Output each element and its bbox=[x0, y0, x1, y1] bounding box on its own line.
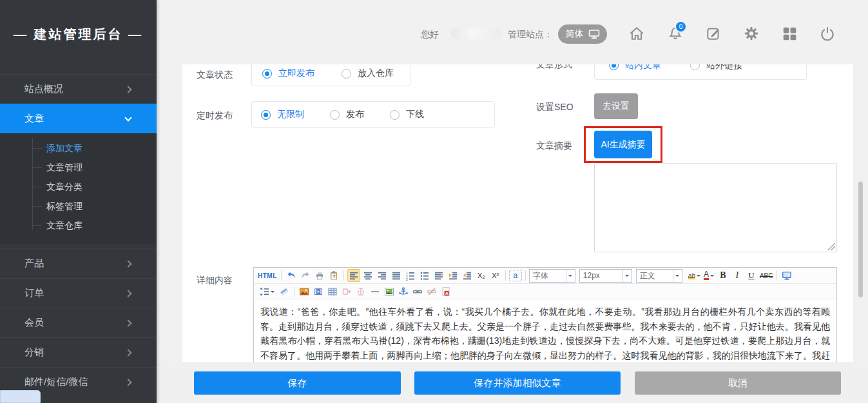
word-paste-icon[interactable]: A bbox=[439, 285, 452, 298]
blockquote-icon[interactable] bbox=[432, 269, 445, 282]
seo-setup-button[interactable]: 去设置 bbox=[594, 93, 638, 119]
sidebar-item-site-overview[interactable]: 站点概况 bbox=[0, 74, 157, 104]
tree-tick bbox=[32, 206, 42, 207]
dropdown-arrow-icon bbox=[710, 275, 714, 279]
language-switch-button[interactable]: 简体 bbox=[558, 24, 607, 44]
toolbar-separator bbox=[525, 270, 526, 281]
anchor-icon[interactable] bbox=[397, 285, 410, 298]
settings-gear-icon[interactable] bbox=[743, 25, 760, 42]
cancel-button[interactable]: 取消 bbox=[635, 371, 841, 395]
fullscreen-icon[interactable] bbox=[780, 269, 793, 282]
edit-icon[interactable] bbox=[705, 25, 722, 42]
bold-icon[interactable]: B bbox=[717, 269, 729, 282]
outdent-icon[interactable] bbox=[461, 269, 474, 282]
sidebar-item-distribution[interactable]: 分销 bbox=[0, 337, 157, 367]
radio-no-limit[interactable] bbox=[261, 110, 271, 120]
unlink-icon[interactable] bbox=[425, 285, 438, 298]
radio-external-link[interactable] bbox=[690, 64, 700, 70]
radio-publish-now[interactable] bbox=[262, 69, 272, 79]
line-height-icon[interactable] bbox=[257, 285, 276, 298]
insert-template-icon[interactable] bbox=[354, 285, 367, 298]
radio-offline[interactable] bbox=[390, 110, 400, 120]
highlight-color-icon[interactable]: ab bbox=[688, 269, 701, 282]
submenu-add-article[interactable]: 添加文章 bbox=[0, 138, 157, 158]
submenu-article-manage[interactable]: 文章管理 bbox=[0, 158, 157, 177]
subscript-icon[interactable]: X₂ bbox=[475, 269, 488, 282]
submenu-tag-manage[interactable]: 标签管理 bbox=[0, 196, 157, 216]
radio-to-warehouse[interactable] bbox=[342, 69, 351, 79]
dropdown-arrow-icon bbox=[622, 270, 632, 282]
align-right-icon[interactable] bbox=[376, 269, 389, 282]
vertical-scrollbar[interactable] bbox=[858, 182, 863, 297]
svg-text:T: T bbox=[333, 274, 336, 279]
insert-image-icon[interactable] bbox=[298, 285, 311, 298]
form-panel: 文章状态 立即发布 放入仓库 定时发布 无限制 发布 下线 文章形式 站内文章 … bbox=[182, 64, 853, 362]
sidebar-item-articles[interactable]: 文章 bbox=[0, 104, 157, 133]
unordered-list-icon[interactable] bbox=[418, 269, 431, 282]
ordered-list-icon[interactable]: 123 bbox=[404, 269, 417, 282]
radio-label[interactable]: 站外链接 bbox=[706, 64, 742, 71]
insert-table-icon[interactable] bbox=[326, 285, 339, 298]
submenu-article-warehouse[interactable]: 文章仓库 bbox=[0, 216, 157, 235]
logout-power-icon[interactable] bbox=[819, 25, 836, 42]
font-size-value: 12px bbox=[583, 271, 619, 280]
seo-label: 设置SEO bbox=[536, 102, 574, 113]
html-source-button[interactable]: HTML bbox=[257, 269, 278, 282]
save-and-add-similar-button[interactable]: 保存并添加相似文章 bbox=[414, 371, 621, 395]
radio-internal-article[interactable] bbox=[609, 64, 619, 70]
horizontal-rule-icon[interactable] bbox=[369, 285, 381, 298]
align-center-icon[interactable] bbox=[362, 269, 374, 282]
summary-textarea[interactable] bbox=[594, 163, 837, 252]
indent-icon[interactable] bbox=[447, 269, 459, 282]
radio-label[interactable]: 无限制 bbox=[277, 109, 304, 120]
align-justify-icon[interactable] bbox=[390, 269, 403, 282]
remove-format-eraser-icon[interactable] bbox=[278, 285, 291, 298]
submenu-label: 文章分类 bbox=[46, 182, 82, 192]
editor-content[interactable]: 我说道：“爸爸，你走吧。”他往车外看了看，说：“我买几个橘子去。你就在此地，不要… bbox=[254, 299, 836, 362]
italic-icon[interactable]: I bbox=[731, 269, 744, 282]
font-size-select[interactable]: 12px bbox=[579, 269, 632, 283]
monitor-icon bbox=[588, 29, 600, 39]
top-header: 您好 管理站点： 简体 0 bbox=[157, 0, 868, 64]
radio-label[interactable]: 站内文章 bbox=[625, 64, 661, 71]
save-button[interactable]: 保存 bbox=[194, 371, 401, 395]
superscript-icon[interactable]: X² bbox=[489, 269, 502, 282]
font-color-icon[interactable]: A bbox=[702, 269, 715, 282]
timed-publish-group: 无限制 发布 下线 bbox=[251, 101, 495, 128]
footer-bar: 保存 保存并添加相似文章 取消 bbox=[157, 362, 868, 403]
font-family-select[interactable]: 字体 bbox=[529, 269, 575, 283]
strikethrough-icon[interactable]: ABC bbox=[759, 269, 774, 282]
underline-icon[interactable]: U bbox=[745, 269, 758, 282]
svg-text:A: A bbox=[445, 290, 448, 295]
radio-label[interactable]: 放入仓库 bbox=[358, 68, 394, 79]
sidebar-item-orders[interactable]: 订单 bbox=[0, 278, 157, 308]
home-icon[interactable] bbox=[628, 25, 645, 42]
align-left-icon[interactable] bbox=[347, 269, 360, 282]
ai-generate-summary-button[interactable]: AI生成摘要 bbox=[594, 131, 652, 158]
sidebar-item-label: 文章 bbox=[24, 113, 44, 125]
apps-grid-icon[interactable] bbox=[781, 25, 798, 42]
article-status-group: 立即发布 放入仓库 bbox=[251, 64, 410, 86]
print-icon[interactable] bbox=[313, 269, 326, 282]
radio-publish[interactable] bbox=[330, 110, 340, 120]
radio-label[interactable]: 下线 bbox=[406, 109, 424, 120]
chevron-right-icon bbox=[124, 379, 131, 386]
radio-label[interactable]: 发布 bbox=[346, 109, 364, 120]
insert-link-icon[interactable] bbox=[411, 285, 424, 298]
undo-icon[interactable] bbox=[285, 269, 298, 282]
tree-tick bbox=[32, 148, 42, 149]
paragraph-format-select[interactable]: 正文 bbox=[636, 269, 682, 283]
sidebar-item-products[interactable]: 产品 bbox=[0, 248, 157, 278]
submenu-article-category[interactable]: 文章分类 bbox=[0, 177, 157, 196]
insert-media-icon[interactable] bbox=[312, 285, 325, 298]
toolbar-separator bbox=[294, 286, 294, 297]
inline-style-icon[interactable]: a bbox=[509, 270, 522, 281]
pagebreak-icon[interactable] bbox=[340, 285, 353, 298]
app-title: — 建站管理后台 — bbox=[0, 26, 157, 43]
radio-label[interactable]: 立即发布 bbox=[278, 68, 314, 79]
redo-icon[interactable] bbox=[299, 269, 312, 282]
paste-as-text-icon[interactable]: T bbox=[327, 269, 340, 282]
multi-image-icon[interactable] bbox=[383, 285, 396, 298]
notifications-bell-icon[interactable]: 0 bbox=[667, 25, 684, 42]
sidebar-item-members[interactable]: 会员 bbox=[0, 308, 157, 337]
